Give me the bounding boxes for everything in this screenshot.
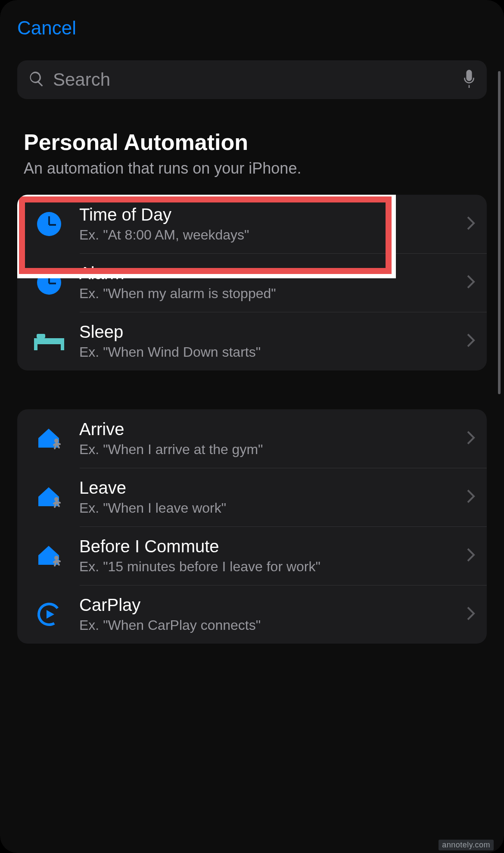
row-subtitle: Ex. "When my alarm is stopped" <box>79 286 466 302</box>
chevron-right-icon <box>466 333 476 350</box>
watermark: annotely.com <box>439 840 494 850</box>
trigger-row-sleep[interactable]: Sleep Ex. "When Wind Down starts" <box>17 312 487 370</box>
chevron-right-icon <box>466 215 476 233</box>
svg-rect-3 <box>61 344 64 350</box>
trigger-row-arrive[interactable]: Arrive Ex. "When I arrive at the gym" <box>17 409 487 468</box>
page-title: Personal Automation <box>24 129 487 155</box>
row-subtitle: Ex. "When I arrive at the gym" <box>79 442 466 458</box>
row-title: Before I Commute <box>79 537 466 556</box>
cancel-button[interactable]: Cancel <box>17 17 76 39</box>
row-title: Arrive <box>79 420 466 439</box>
svg-rect-1 <box>37 334 45 338</box>
chevron-right-icon <box>466 489 476 506</box>
row-title: Sleep <box>79 322 466 342</box>
clock-icon <box>28 271 71 295</box>
row-subtitle: Ex. "When Wind Down starts" <box>79 344 466 360</box>
svg-point-5 <box>54 497 59 501</box>
row-title: Leave <box>79 478 466 498</box>
svg-point-4 <box>54 439 59 443</box>
svg-rect-0 <box>34 338 64 344</box>
svg-rect-2 <box>34 344 37 350</box>
navbar: Cancel <box>17 13 487 43</box>
trigger-row-alarm[interactable]: Alarm Ex. "When my alarm is stopped" <box>17 253 487 312</box>
microphone-icon[interactable] <box>462 70 476 90</box>
section-header: Personal Automation An automation that r… <box>17 129 487 177</box>
chevron-right-icon <box>466 606 476 623</box>
trigger-group-time: Time of Day Ex. "At 8:00 AM, weekdays" A… <box>17 195 487 370</box>
scroll-indicator[interactable] <box>498 71 501 394</box>
carplay-icon <box>28 601 71 627</box>
home-walk-icon <box>28 423 71 454</box>
trigger-row-before-commute[interactable]: Before I Commute Ex. "15 minutes before … <box>17 526 487 585</box>
chevron-right-icon <box>466 547 476 564</box>
row-subtitle: Ex. "15 minutes before I leave for work" <box>79 559 466 575</box>
row-subtitle: Ex. "When CarPlay connects" <box>79 617 466 633</box>
home-walk-icon <box>28 482 71 512</box>
bed-icon <box>28 330 71 352</box>
clock-icon <box>28 212 71 236</box>
row-title: Time of Day <box>79 205 466 224</box>
home-walk-icon <box>28 541 71 571</box>
chevron-right-icon <box>466 430 476 447</box>
trigger-group-location: Arrive Ex. "When I arrive at the gym" Le… <box>17 409 487 644</box>
search-icon <box>28 70 45 89</box>
row-title: Alarm <box>79 264 466 283</box>
trigger-row-time-of-day[interactable]: Time of Day Ex. "At 8:00 AM, weekdays" <box>17 195 487 253</box>
row-subtitle: Ex. "When I leave work" <box>79 500 466 516</box>
search-input[interactable] <box>45 69 462 90</box>
trigger-row-leave[interactable]: Leave Ex. "When I leave work" <box>17 468 487 526</box>
row-title: CarPlay <box>79 595 466 615</box>
svg-point-6 <box>54 556 59 560</box>
svg-marker-8 <box>47 610 54 619</box>
row-subtitle: Ex. "At 8:00 AM, weekdays" <box>79 227 466 243</box>
trigger-row-carplay[interactable]: CarPlay Ex. "When CarPlay connects" <box>17 585 487 644</box>
search-bar[interactable] <box>17 60 487 99</box>
chevron-right-icon <box>466 274 476 291</box>
page-subtitle: An automation that runs on your iPhone. <box>24 159 487 177</box>
